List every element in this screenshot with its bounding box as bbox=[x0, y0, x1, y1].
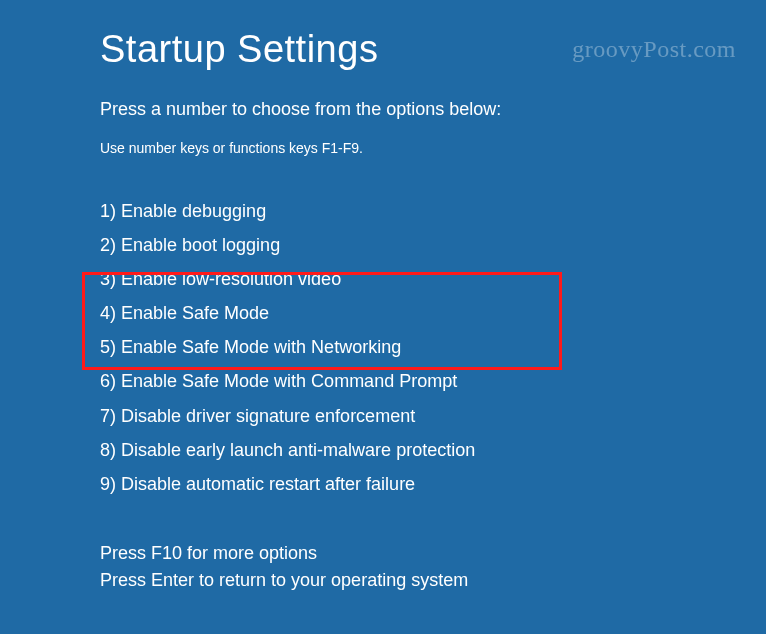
options-list: 1) Enable debugging 2) Enable boot loggi… bbox=[100, 198, 766, 497]
watermark-text: groovyPost.com bbox=[572, 36, 736, 63]
option-disable-driver-signature[interactable]: 7) Disable driver signature enforcement bbox=[100, 403, 766, 429]
option-enable-safe-mode-command-prompt[interactable]: 6) Enable Safe Mode with Command Prompt bbox=[100, 368, 766, 394]
option-enable-debugging[interactable]: 1) Enable debugging bbox=[100, 198, 766, 224]
option-enable-safe-mode-networking[interactable]: 5) Enable Safe Mode with Networking bbox=[100, 334, 766, 360]
footer-instructions: Press F10 for more options Press Enter t… bbox=[100, 540, 468, 594]
option-disable-early-launch-antimalware[interactable]: 8) Disable early launch anti-malware pro… bbox=[100, 437, 766, 463]
option-enable-low-resolution-video[interactable]: 3) Enable low-resolution video bbox=[100, 266, 766, 292]
option-enable-boot-logging[interactable]: 2) Enable boot logging bbox=[100, 232, 766, 258]
option-enable-safe-mode[interactable]: 4) Enable Safe Mode bbox=[100, 300, 766, 326]
footer-more-options: Press F10 for more options bbox=[100, 540, 468, 567]
footer-return: Press Enter to return to your operating … bbox=[100, 567, 468, 594]
instruction-text: Press a number to choose from the option… bbox=[100, 99, 766, 120]
hint-text: Use number keys or functions keys F1-F9. bbox=[100, 140, 766, 156]
startup-settings-screen: Startup Settings Press a number to choos… bbox=[0, 0, 766, 497]
option-disable-automatic-restart[interactable]: 9) Disable automatic restart after failu… bbox=[100, 471, 766, 497]
